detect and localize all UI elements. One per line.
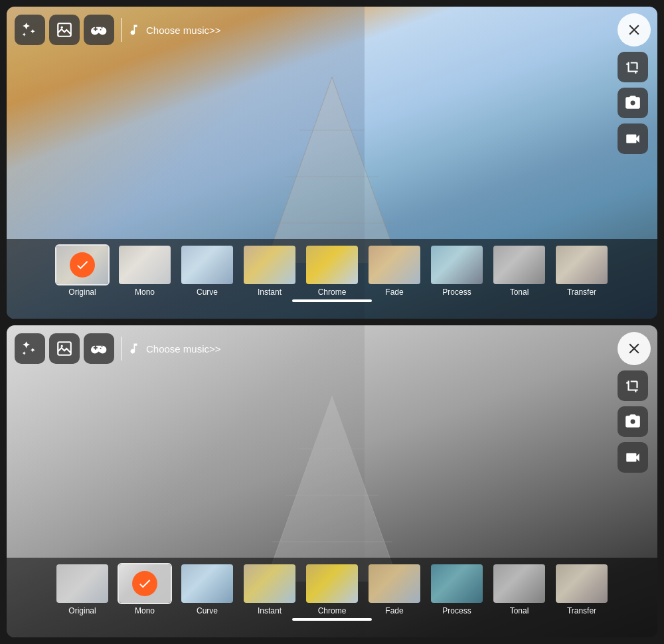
filter-instant-mono[interactable]: Instant — [240, 563, 299, 615]
filter-label-fade-color: Fade — [385, 287, 403, 297]
filter-mono-mono[interactable]: Mono — [116, 563, 174, 615]
toolbar-mono: Choose music>> — [15, 333, 221, 364]
close-button-color[interactable] — [618, 13, 651, 46]
music-icon-mono — [129, 342, 142, 355]
svg-marker-0 — [266, 77, 398, 263]
filter-scroll-indicator-color — [292, 299, 372, 302]
wand-button[interactable] — [15, 15, 45, 45]
filter-label-curve-color: Curve — [197, 287, 218, 297]
check-icon-mono — [137, 576, 152, 591]
filter-thumb-curve-mono — [180, 563, 234, 604]
filter-thumb-chrome-mono — [305, 563, 359, 604]
filter-curve-mono[interactable]: Curve — [178, 563, 236, 615]
filter-check-mono-mono — [132, 571, 157, 596]
music-label-mono[interactable]: Choose music>> — [129, 342, 221, 355]
filter-process-color[interactable]: Process — [428, 244, 486, 297]
wand-icon-mono — [21, 340, 39, 357]
filter-thumb-instant-mono — [242, 563, 297, 604]
bridge-road-mono-svg — [232, 396, 432, 582]
toolbar-color: Choose music>> — [15, 15, 221, 45]
svg-point-15 — [61, 345, 63, 347]
filter-label-tonal-mono: Tonal — [510, 606, 529, 615]
filter-thumb-transfer-color — [554, 244, 609, 285]
filter-thumb-original-color — [55, 244, 110, 285]
image-button-mono[interactable] — [49, 333, 80, 364]
wand-button-mono[interactable] — [15, 333, 45, 364]
crop-icon-mono — [624, 377, 641, 394]
filter-label-original-color: Original — [68, 287, 96, 297]
filter-chrome-mono[interactable]: Chrome — [303, 563, 361, 615]
filter-thumb-process-mono — [430, 563, 484, 604]
filter-thumb-fade-color — [367, 244, 422, 285]
color-panel: Choose music>> — [7, 7, 657, 319]
video-button-color[interactable] — [618, 123, 648, 154]
toolbar-divider-mono — [121, 337, 122, 361]
filter-curve-color[interactable]: Curve — [178, 244, 236, 297]
filter-thumb-transfer-mono — [554, 563, 609, 604]
filter-items-mono: Original Mono Curve — [46, 563, 618, 615]
image-button[interactable] — [49, 15, 80, 45]
svg-marker-8 — [266, 396, 398, 582]
filter-original-mono[interactable]: Original — [53, 563, 112, 615]
filter-thumb-original-mono — [55, 563, 110, 604]
filter-thumb-curve-color — [180, 244, 234, 285]
gamepad-button-mono[interactable] — [84, 333, 114, 364]
filter-label-mono-mono: Mono — [135, 606, 155, 615]
filter-thumb-tonal-color — [492, 244, 546, 285]
filter-thumb-tonal-mono — [492, 563, 546, 604]
filter-thumb-mono-mono — [118, 563, 172, 604]
filter-instant-color[interactable]: Instant — [240, 244, 299, 297]
close-button-mono[interactable] — [618, 332, 651, 365]
svg-point-7 — [61, 27, 63, 29]
bridge-road-svg — [232, 77, 432, 263]
filter-fade-mono[interactable]: Fade — [365, 563, 424, 615]
filter-thumb-mono-color — [118, 244, 172, 285]
check-icon — [75, 258, 90, 272]
filter-label-instant-mono: Instant — [258, 606, 282, 615]
crop-button-mono[interactable] — [618, 370, 648, 401]
close-icon-color — [625, 21, 643, 39]
filter-label-tonal-color: Tonal — [510, 287, 529, 297]
filter-label-instant-color: Instant — [258, 287, 282, 297]
video-icon-color — [624, 130, 641, 147]
filter-transfer-color[interactable]: Transfer — [552, 244, 611, 297]
filter-thumb-chrome-color — [305, 244, 359, 285]
filter-thumb-fade-mono — [367, 563, 422, 604]
filter-transfer-mono[interactable]: Transfer — [552, 563, 611, 615]
filter-fade-color[interactable]: Fade — [365, 244, 424, 297]
right-buttons-mono — [618, 332, 651, 473]
filter-chrome-color[interactable]: Chrome — [303, 244, 361, 297]
filter-mono-color[interactable]: Mono — [116, 244, 174, 297]
filter-items-color: Original Mono Curve Instant — [46, 244, 618, 297]
filter-tonal-mono[interactable]: Tonal — [490, 563, 548, 615]
filter-label-curve-mono: Curve — [197, 606, 218, 615]
filter-label-chrome-color: Chrome — [318, 287, 347, 297]
gamepad-button[interactable] — [84, 15, 114, 45]
filter-strip-color: Original Mono Curve Instant — [7, 239, 657, 319]
filter-label-chrome-mono: Chrome — [318, 606, 347, 615]
camera-icon-mono — [624, 413, 641, 430]
filter-check-original — [70, 252, 95, 278]
video-button-mono[interactable] — [618, 442, 648, 473]
camera-button-mono[interactable] — [618, 406, 648, 437]
filter-label-process-mono: Process — [442, 606, 471, 615]
filter-label-mono-color: Mono — [135, 287, 155, 297]
filter-process-mono[interactable]: Process — [428, 563, 486, 615]
filter-label-transfer-color: Transfer — [567, 287, 596, 297]
music-label[interactable]: Choose music>> — [129, 23, 221, 37]
music-text: Choose music>> — [146, 25, 221, 36]
filter-thumb-instant-color — [242, 244, 297, 285]
filter-label-transfer-mono: Transfer — [567, 606, 596, 615]
camera-button-color[interactable] — [618, 88, 648, 118]
toolbar-divider — [121, 18, 122, 42]
filter-strip-mono: Original Mono Curve — [7, 558, 657, 637]
music-text-mono: Choose music>> — [146, 343, 221, 355]
filter-label-original-mono: Original — [68, 606, 96, 615]
crop-button-color[interactable] — [618, 52, 648, 82]
music-icon — [129, 23, 142, 37]
filter-label-fade-mono: Fade — [385, 606, 403, 615]
close-icon-mono — [625, 340, 643, 357]
filter-tonal-color[interactable]: Tonal — [490, 244, 548, 297]
filter-original-color[interactable]: Original — [53, 244, 112, 297]
filter-scroll-indicator-mono — [292, 618, 372, 621]
